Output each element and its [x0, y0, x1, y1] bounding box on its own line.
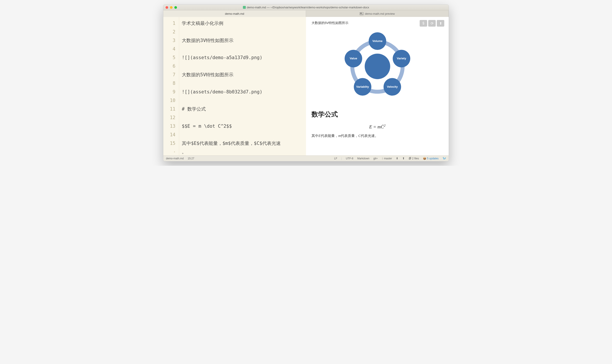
code-line[interactable]: 学术文稿最小化示例	[182, 19, 303, 28]
status-git[interactable]: git+	[374, 157, 378, 160]
code-line[interactable]: 。	[182, 148, 303, 156]
squirrel-icon[interactable]: 🐿	[443, 156, 446, 160]
status-eol[interactable]: LF	[334, 157, 337, 160]
status-files[interactable]: 🗐 2 files	[409, 157, 419, 160]
tab-editor-label: demo-math.md	[225, 12, 244, 15]
diagram-node-label: Volume	[372, 39, 382, 43]
line-gutter: 123456789101112131415•16	[163, 17, 179, 156]
code-line[interactable]	[182, 45, 303, 53]
status-indent[interactable]: |	[341, 157, 342, 160]
status-branch[interactable]: ᚿ master	[382, 157, 392, 160]
line-number: 1	[163, 19, 175, 28]
titlebar: demo-math.md — ~/Dropbox/var/wsywork/lea…	[163, 5, 449, 10]
line-number: 15	[163, 139, 175, 148]
code-line[interactable]: # 数学公式	[182, 105, 303, 113]
line-number: 14	[163, 130, 175, 139]
code-line[interactable]	[182, 79, 303, 88]
status-file[interactable]: demo-math.md	[166, 157, 184, 160]
status-right: LF | UTF-8 Markdown git+ ᚿ master ⬇ ⬆ 🗐 …	[334, 156, 446, 160]
content-area: 123456789101112131415•16 学术文稿最小化示例大数据的3V…	[163, 17, 449, 156]
window-title: demo-math.md — ~/Dropbox/var/wsywork/lea…	[247, 6, 369, 9]
code-line[interactable]	[182, 28, 303, 36]
markdown-icon: M↓	[360, 12, 364, 15]
close-icon[interactable]	[166, 6, 168, 9]
window-controls	[166, 6, 177, 9]
code-line[interactable]: ![](assets/demo-8b0323d7.png)	[182, 88, 303, 96]
line-number: 8	[163, 79, 175, 88]
file-icon	[243, 6, 246, 9]
tab-editor[interactable]: demo-math.md	[163, 10, 306, 17]
equation: E = mĊ2	[312, 124, 443, 130]
app-window: demo-math.md — ~/Dropbox/var/wsywork/lea…	[163, 4, 449, 161]
code-line[interactable]	[182, 96, 303, 105]
minimize-icon[interactable]	[170, 6, 173, 9]
code-line[interactable]: 大数据的5V特性如图所示	[182, 71, 303, 79]
section-icon[interactable]: §	[420, 20, 427, 26]
code-line[interactable]: 其中$E$代表能量，$m$代表质量，$C$代表光速	[182, 139, 303, 148]
refresh-icon[interactable]: ⟳	[428, 20, 436, 26]
line-number: 11	[163, 105, 175, 113]
code-line[interactable]	[182, 130, 303, 139]
code-line[interactable]: ![](assets/demo-a5a137d9.png)	[182, 53, 303, 62]
line-number: 13	[163, 122, 175, 130]
window-title-wrap: demo-math.md — ~/Dropbox/var/wsywork/lea…	[163, 6, 449, 9]
line-number: 10	[163, 96, 175, 105]
big-data-diagram: Big Data VolumeVarietyVelocityVariablity…	[312, 29, 443, 104]
line-number: 2	[163, 28, 175, 36]
zoom-icon[interactable]	[174, 6, 177, 9]
diagram-node-label: Velocity	[387, 85, 398, 88]
scroll-top-icon[interactable]: ⬆	[437, 20, 444, 26]
editor-pane[interactable]: 123456789101112131415•16 学术文稿最小化示例大数据的3V…	[163, 17, 306, 156]
preview-heading: 数学公式	[312, 110, 443, 119]
line-number: 4	[163, 45, 175, 53]
code-line[interactable]: $$E = m \dot C^2$$	[182, 122, 303, 130]
code-area[interactable]: 学术文稿最小化示例大数据的3V特性如图所示![](assets/demo-a5a…	[179, 17, 306, 156]
code-line[interactable]	[182, 113, 303, 122]
status-encoding[interactable]: UTF-8	[346, 157, 353, 160]
code-line[interactable]: 大数据的3V特性如图所示	[182, 36, 303, 45]
fetch-down-icon[interactable]: ⬇	[396, 157, 398, 160]
code-line[interactable]	[182, 62, 303, 71]
line-number: 6	[163, 62, 175, 71]
diagram-node-label: Variety	[397, 57, 406, 60]
fetch-up-icon[interactable]: ⬆	[402, 157, 405, 160]
line-number: 9	[163, 88, 175, 96]
status-left: demo-math.md 15:27	[166, 157, 194, 160]
preview-body: 其中E代表能量，m代表质量，C代表光速。	[312, 134, 443, 138]
preview-pane: § ⟳ ⬆ 大数据的5V特性如图所示 Big Data VolumeVariet…	[306, 17, 449, 156]
tabbar: demo-math.md M↓ demo-math.md preview	[163, 10, 449, 17]
center-text-2: Data	[372, 66, 383, 73]
preview-toolbar: § ⟳ ⬆	[420, 20, 444, 26]
diagram-node-label: Value	[350, 57, 357, 60]
line-number: 5	[163, 53, 175, 62]
status-cursor[interactable]: 15:27	[188, 157, 194, 160]
status-updates[interactable]: 📦 5 updates	[423, 157, 439, 160]
line-number: 3	[163, 36, 175, 45]
line-number: •	[163, 148, 175, 156]
statusbar: demo-math.md 15:27 LF | UTF-8 Markdown g…	[163, 156, 449, 161]
tab-preview-label: demo-math.md preview	[365, 12, 395, 15]
center-text-1: Big	[373, 60, 382, 66]
status-lang[interactable]: Markdown	[357, 157, 369, 160]
diagram-node-label: Variablity	[356, 85, 369, 88]
line-number: 12	[163, 113, 175, 122]
tab-preview[interactable]: M↓ demo-math.md preview	[306, 10, 449, 17]
line-number: 7	[163, 71, 175, 79]
